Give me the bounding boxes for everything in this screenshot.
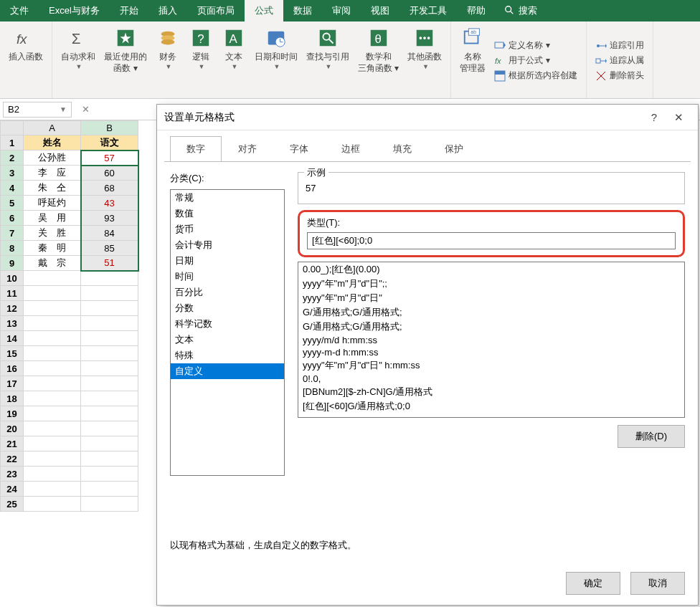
format-code-item[interactable]: 0!.0, (298, 373, 684, 385)
cell[interactable] (81, 316, 138, 331)
cell[interactable]: 姓名 (24, 135, 81, 150)
cell[interactable] (24, 451, 81, 467)
row-header[interactable]: 3 (1, 166, 24, 181)
cell[interactable]: 关 胜 (24, 226, 81, 241)
tab-dev[interactable]: 开发工具 (399, 0, 457, 21)
trace-precedents-button[interactable]: 追踪引用 (591, 38, 648, 53)
row-header[interactable]: 23 (1, 467, 24, 482)
finance-fn-button[interactable]: 财务▼ (151, 24, 184, 97)
cell[interactable]: 公孙胜 (24, 150, 81, 166)
tab-excel-finance[interactable]: Excel与财务 (39, 0, 110, 21)
cell[interactable]: 吴 用 (24, 211, 81, 226)
format-code-item[interactable]: yyyy"年"m"月"d"日";; (298, 277, 684, 291)
format-code-item[interactable]: yyyy"年"m"月"d"日" (298, 291, 684, 305)
tab-fill[interactable]: 填充 (377, 136, 428, 162)
col-header-b[interactable]: B (81, 121, 138, 135)
cell[interactable] (81, 346, 138, 361)
type-input[interactable] (307, 232, 676, 249)
tab-page-layout[interactable]: 页面布局 (187, 0, 245, 21)
cell[interactable] (24, 286, 81, 301)
cell[interactable] (24, 391, 81, 406)
format-code-item[interactable]: yyyy"年"m"月"d"日" h:mm:ss (298, 358, 684, 373)
format-code-item[interactable]: G/通用格式;G/通用格式; (298, 320, 684, 334)
format-code-item[interactable]: yyyy-m-d h:mm:ss (298, 346, 684, 358)
cell[interactable] (81, 497, 138, 512)
cell[interactable]: 呼延灼 (24, 196, 81, 211)
cell[interactable]: 51 (81, 256, 138, 271)
cell[interactable] (24, 331, 81, 346)
help-button[interactable]: ? (642, 111, 666, 123)
cell[interactable] (24, 361, 81, 376)
format-code-item[interactable]: [红色][<60]G/通用格式;0;0 (298, 399, 684, 414)
cell[interactable]: 57 (81, 150, 138, 166)
cell[interactable] (81, 451, 138, 467)
tab-protect[interactable]: 保护 (428, 136, 480, 162)
recent-fn-button[interactable]: 最近使用的 函数 ▾ (100, 24, 151, 97)
tab-home[interactable]: 开始 (110, 0, 148, 21)
chevron-down-icon[interactable]: ▼ (60, 105, 67, 113)
insert-function-button[interactable]: fx 插入函数 (4, 24, 47, 64)
select-all-corner[interactable] (1, 121, 24, 135)
row-header[interactable]: 16 (1, 361, 24, 376)
row-header[interactable]: 12 (1, 301, 24, 316)
cell[interactable]: 84 (81, 226, 138, 241)
cell[interactable] (81, 436, 138, 451)
cell[interactable] (24, 497, 81, 512)
lookup-fn-button[interactable]: 查找与引用▼ (302, 24, 354, 97)
delete-button[interactable]: 删除(D) (618, 425, 685, 448)
cell[interactable]: 语文 (81, 135, 138, 150)
row-header[interactable]: 10 (1, 271, 24, 286)
cell[interactable] (24, 301, 81, 316)
tab-font[interactable]: 字体 (273, 136, 325, 162)
text-fn-button[interactable]: A 文本▼ (217, 24, 250, 97)
category-item[interactable]: 自定义 (171, 363, 284, 379)
category-item[interactable]: 货币 (171, 221, 284, 237)
row-header[interactable]: 9 (1, 256, 24, 271)
format-code-item[interactable]: 0.00_);[红色](0.00) (298, 262, 684, 277)
cell[interactable] (81, 406, 138, 421)
cell[interactable] (24, 376, 81, 391)
category-item[interactable]: 数值 (171, 206, 284, 221)
row-header[interactable]: 20 (1, 421, 24, 436)
cell[interactable]: 68 (81, 181, 138, 196)
row-header[interactable]: 21 (1, 436, 24, 451)
cell[interactable] (24, 467, 81, 482)
close-button[interactable]: ✕ (666, 111, 691, 124)
tab-data[interactable]: 数据 (283, 0, 322, 21)
cell[interactable] (24, 482, 81, 497)
tab-file[interactable]: 文件 (0, 0, 39, 21)
cell[interactable] (24, 271, 81, 286)
cell[interactable] (24, 421, 81, 436)
define-name-button[interactable]: 定义名称 ▾ (490, 38, 582, 53)
cell[interactable] (81, 361, 138, 376)
tab-view[interactable]: 视图 (361, 0, 399, 21)
cell[interactable]: 60 (81, 166, 138, 181)
cell[interactable] (81, 467, 138, 482)
category-item[interactable]: 特殊 (171, 348, 284, 363)
autosum-button[interactable]: Σ 自动求和▼ (57, 24, 100, 97)
other-fn-button[interactable]: 其他函数▼ (403, 24, 446, 97)
tab-help[interactable]: 帮助 (457, 0, 496, 21)
tab-formulas[interactable]: 公式 (245, 0, 283, 21)
trace-dependents-button[interactable]: 追踪从属 (591, 53, 648, 68)
cell[interactable]: 朱 仝 (24, 181, 81, 196)
cell[interactable]: 85 (81, 241, 138, 256)
row-header[interactable]: 11 (1, 286, 24, 301)
cell[interactable] (24, 436, 81, 451)
cell[interactable] (81, 301, 138, 316)
row-header[interactable]: 22 (1, 451, 24, 467)
ribbon-search[interactable]: 搜索 (496, 0, 546, 21)
remove-arrows-button[interactable]: 删除箭头 (591, 68, 648, 83)
row-header[interactable]: 24 (1, 482, 24, 497)
row-header[interactable]: 18 (1, 391, 24, 406)
category-item[interactable]: 日期 (171, 253, 284, 269)
name-manager-button[interactable]: ab 名称 管理器 (455, 24, 490, 97)
row-header[interactable]: 13 (1, 316, 24, 331)
tab-border[interactable]: 边框 (325, 136, 377, 162)
category-listbox[interactable]: 常规数值货币会计专用日期时间百分比分数科学记数文本特殊自定义 (170, 189, 285, 476)
cancel-icon[interactable]: ✕ (75, 104, 96, 115)
use-in-formula-button[interactable]: fx用于公式 ▾ (490, 53, 582, 68)
row-header[interactable]: 14 (1, 331, 24, 346)
tab-number[interactable]: 数字 (170, 136, 222, 162)
row-header[interactable]: 25 (1, 497, 24, 512)
